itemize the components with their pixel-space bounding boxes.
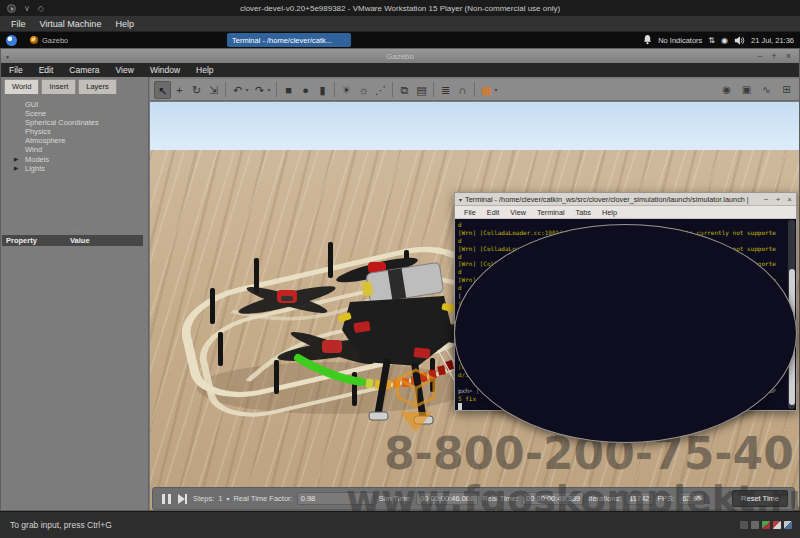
cdrom-indicator-icon[interactable] bbox=[773, 521, 781, 529]
maximize-button[interactable]: + bbox=[776, 195, 781, 204]
collapse-icon[interactable]: ∨ bbox=[24, 4, 30, 13]
window-menu-icon[interactable]: ▾ bbox=[6, 53, 9, 60]
toolbar-separator[interactable] bbox=[276, 82, 277, 97]
network-updown-icon[interactable]: ⇅ bbox=[708, 36, 715, 45]
taskbar-button[interactable]: Gazebo bbox=[25, 33, 221, 47]
insert-box-icon[interactable]: ■ bbox=[280, 81, 297, 99]
paste-icon[interactable]: ▤ bbox=[413, 81, 430, 99]
notification-bell-icon[interactable] bbox=[643, 35, 652, 45]
clock[interactable]: 21 Jul, 21:36 bbox=[751, 36, 794, 45]
tree-item[interactable]: ▶ Wind bbox=[1, 145, 148, 154]
directional-light-icon[interactable]: ⋰ bbox=[372, 81, 389, 99]
terminal-menu-item[interactable]: File bbox=[459, 208, 481, 217]
task-label: Terminal - /home/clever/catk... bbox=[232, 36, 332, 45]
video-record-icon[interactable]: ⊞ bbox=[778, 81, 795, 99]
tree-item[interactable]: ▶ Spherical Coordinates bbox=[1, 118, 148, 127]
scale-tool-icon[interactable]: ⇲ bbox=[205, 81, 222, 99]
steps-caret-icon[interactable]: ▾ bbox=[226, 495, 229, 502]
expand-arrow-icon[interactable]: ▶ bbox=[14, 155, 18, 164]
pause-button[interactable] bbox=[162, 494, 171, 504]
tree-item[interactable]: ▶ GUI bbox=[1, 100, 148, 109]
property-column-header: Property bbox=[2, 235, 70, 246]
building-editor-caret-icon[interactable]: ▾ bbox=[492, 81, 500, 99]
panel-splitter-handle[interactable]: ··· bbox=[1, 227, 148, 233]
taskbar-button[interactable]: Terminal - /home/clever/catk... bbox=[227, 33, 351, 47]
left-panel-tab[interactable]: Insert bbox=[41, 79, 76, 94]
translate-tool-icon[interactable]: + bbox=[171, 81, 188, 99]
vmware-menu-item[interactable]: File bbox=[4, 16, 33, 32]
sky bbox=[150, 102, 799, 150]
copy-icon[interactable]: ⧉ bbox=[396, 81, 413, 99]
step-button[interactable] bbox=[178, 494, 185, 504]
toolbar-separator[interactable] bbox=[392, 82, 393, 97]
network-indicator-icon[interactable] bbox=[784, 521, 792, 529]
world-tree: ▶ GUI ▶ Scene ▶ Spherical Coordinates ▶ … bbox=[1, 100, 148, 173]
terminal-menu-item[interactable]: Tabs bbox=[571, 208, 596, 217]
tree-item[interactable]: ▶ Atmosphere bbox=[1, 136, 148, 145]
minimize-button[interactable]: − bbox=[757, 51, 762, 61]
screenshot-icon[interactable]: ◉ bbox=[718, 81, 735, 99]
tree-item[interactable]: ▶ Scene bbox=[1, 109, 148, 118]
tree-item[interactable]: ▶ Physics bbox=[1, 127, 148, 136]
steps-value[interactable]: 1 bbox=[218, 494, 222, 503]
terminal-menu-item[interactable]: Terminal bbox=[532, 208, 570, 217]
terminal-cursor bbox=[458, 403, 462, 410]
maximize-button[interactable]: + bbox=[771, 51, 776, 61]
gazebo-titlebar: ▾ Gazebo − + × bbox=[1, 49, 799, 63]
iterations-label: Iterations: bbox=[588, 494, 621, 503]
undo-history-caret-icon[interactable]: ▾ bbox=[243, 81, 251, 99]
terminal-menu-item[interactable]: View bbox=[505, 208, 531, 217]
select-tool-icon[interactable]: ↖ bbox=[154, 81, 171, 99]
gazebo-menu-item[interactable]: Window bbox=[142, 65, 188, 75]
clover-drone-model bbox=[182, 230, 482, 430]
vmware-menu-item[interactable]: Help bbox=[108, 16, 141, 32]
hdd-indicator-icon[interactable] bbox=[762, 521, 770, 529]
point-light-icon[interactable]: ☀ bbox=[338, 81, 355, 99]
toolbar-separator[interactable] bbox=[474, 82, 475, 97]
toolbar-separator[interactable] bbox=[433, 82, 434, 97]
close-button[interactable]: × bbox=[787, 195, 792, 204]
volume-icon[interactable] bbox=[734, 36, 745, 45]
detach-icon[interactable]: ◇ bbox=[38, 4, 44, 13]
vmware-menu-item[interactable]: Virtual Machine bbox=[33, 16, 109, 32]
spot-light-icon[interactable]: ☼ bbox=[355, 81, 372, 99]
redo-history-caret-icon[interactable]: ▾ bbox=[265, 81, 273, 99]
task-label: Gazebo bbox=[42, 36, 68, 45]
terminal-titlebar: ▾ Terminal - /home/clever/catkin_ws/src/… bbox=[455, 193, 796, 206]
status-circle-icon[interactable]: ◉ bbox=[721, 36, 728, 45]
reset-time-button[interactable]: Reset Time bbox=[732, 490, 788, 507]
tree-item[interactable]: ▶ Models bbox=[1, 155, 148, 164]
real-time-label: Real Time: bbox=[482, 494, 518, 503]
vmware-window-title: clover-devel-v0.20+5e989382 - VMware Wor… bbox=[0, 4, 800, 13]
terminal-menu-item[interactable]: Help bbox=[597, 208, 622, 217]
usb-indicator-icon[interactable] bbox=[751, 521, 759, 529]
toolbar-separator[interactable] bbox=[334, 82, 335, 97]
insert-cylinder-icon[interactable]: ▮ bbox=[314, 81, 331, 99]
left-panel-tab[interactable]: Layers bbox=[78, 79, 117, 94]
align-tool-icon[interactable]: ≣ bbox=[437, 81, 454, 99]
applications-menu-icon[interactable] bbox=[6, 35, 17, 46]
left-panel-tab[interactable]: World bbox=[4, 79, 39, 94]
gazebo-menu-item[interactable]: View bbox=[108, 65, 142, 75]
gazebo-menu-item[interactable]: Edit bbox=[31, 65, 62, 75]
insert-sphere-icon[interactable]: ● bbox=[297, 81, 314, 99]
minimize-button[interactable]: − bbox=[764, 195, 769, 204]
gazebo-menu-item[interactable]: Camera bbox=[61, 65, 107, 75]
rotate-tool-icon[interactable]: ↻ bbox=[188, 81, 205, 99]
data-logger-icon[interactable]: ▣ bbox=[738, 81, 755, 99]
window-menu-icon[interactable]: ▾ bbox=[459, 196, 462, 203]
expand-arrow-icon[interactable]: ▶ bbox=[14, 164, 18, 173]
display-indicator-icon[interactable] bbox=[740, 521, 748, 529]
gazebo-menu-item[interactable]: File bbox=[1, 65, 31, 75]
terminal-menu-item[interactable]: Edit bbox=[482, 208, 505, 217]
system-tray: No Indicators ⇅ ◉ 21 Jul, 21:36 bbox=[643, 35, 794, 45]
grab-input-hint: To grab input, press Ctrl+G bbox=[10, 520, 112, 530]
terminal-task-icon bbox=[454, 224, 797, 443]
vmware-statusbar: To grab input, press Ctrl+G bbox=[0, 511, 800, 538]
gazebo-menu-item[interactable]: Help bbox=[188, 65, 221, 75]
close-button[interactable]: × bbox=[786, 51, 791, 61]
snap-magnet-icon[interactable]: ∩ bbox=[454, 81, 471, 99]
toolbar-separator[interactable] bbox=[225, 82, 226, 97]
plot-icon[interactable]: ∿ bbox=[758, 81, 775, 99]
tree-item[interactable]: ▶ Lights bbox=[1, 164, 148, 173]
